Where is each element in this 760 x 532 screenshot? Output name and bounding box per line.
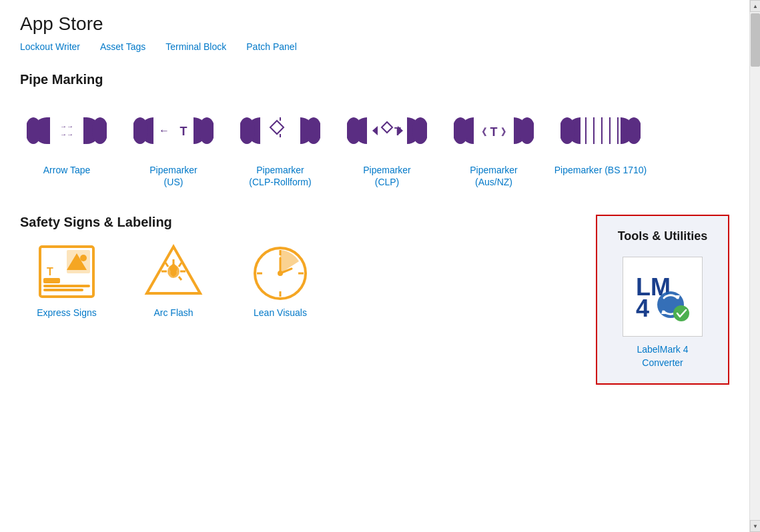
pipemarker-clp-label: Pipemarker(CLP) <box>363 164 411 188</box>
tools-utilities-section: Tools & Utilities LM 4 <box>596 215 729 384</box>
pipemarker-us-card[interactable]: ← T Pipemarker(US) <box>127 104 220 188</box>
tools-utilities-title: Tools & Utilities <box>618 229 708 243</box>
nav-links: Lockout Writer Asset Tags Terminal Block… <box>20 41 729 52</box>
labelmark4-card[interactable]: LM 4 <box>616 257 709 369</box>
scrollbar[interactable]: ▲ ▼ <box>749 0 760 532</box>
pipemarker-clp-rollform-card[interactable]: Pipemarker(CLP-Rollform) <box>234 104 327 188</box>
arc-flash-icon <box>133 247 214 300</box>
express-signs-icon: T <box>27 247 107 300</box>
safety-grid: T Express Signs <box>20 247 569 319</box>
svg-text:4: 4 <box>636 295 649 322</box>
pipemarker-bs1710-label: Pipemarker (BS 1710) <box>554 164 647 176</box>
pipemarker-ausnz-label: Pipemarker(Aus/NZ) <box>470 164 518 188</box>
svg-text:→→: →→ <box>60 123 73 130</box>
express-signs-label: Express Signs <box>37 307 96 319</box>
scrollbar-up[interactable]: ▲ <box>750 0 760 12</box>
lean-visuals-icon <box>240 247 320 300</box>
svg-rect-47 <box>43 278 60 283</box>
page-title: App Store <box>20 13 729 35</box>
bottom-sections: Safety Signs & Labeling <box>20 215 729 384</box>
pipemarker-clp-icon: T <box>347 104 427 157</box>
pipemarker-clp-card[interactable]: T Pipemarker(CLP) <box>340 104 434 188</box>
svg-text:←: ← <box>159 125 169 136</box>
pipemarker-clp-rollform-label: Pipemarker(CLP-Rollform) <box>249 164 311 188</box>
svg-point-46 <box>80 255 87 261</box>
main-content: App Store Lockout Writer Asset Tags Term… <box>0 0 749 532</box>
svg-text:→→: →→ <box>60 131 73 138</box>
pipe-marking-title: Pipe Marking <box>20 72 729 87</box>
pipemarker-bs1710-card[interactable]: Pipemarker (BS 1710) <box>554 104 647 188</box>
labelmark4-label: LabelMark 4 Converter <box>616 343 709 369</box>
pipemarker-clp-rollform-icon <box>240 104 320 157</box>
nav-patch-panel[interactable]: Patch Panel <box>246 41 297 52</box>
lean-visuals-label: Lean Visuals <box>254 307 307 319</box>
nav-asset-tags[interactable]: Asset Tags <box>100 41 145 52</box>
pipemarker-us-label: Pipemarker(US) <box>149 164 198 188</box>
nav-lockout-writer[interactable]: Lockout Writer <box>20 41 80 52</box>
express-signs-card[interactable]: T Express Signs <box>20 247 113 319</box>
svg-rect-49 <box>43 289 83 291</box>
svg-text:T: T <box>47 266 53 277</box>
lean-visuals-card[interactable]: Lean Visuals <box>234 247 327 319</box>
scrollbar-thumb[interactable] <box>751 13 760 67</box>
svg-text:《: 《 <box>477 127 486 137</box>
arc-flash-card[interactable]: Arc Flash <box>127 247 220 319</box>
svg-point-73 <box>673 305 689 321</box>
arrow-tape-icon: →→ →→ <box>27 104 107 157</box>
svg-text:T: T <box>490 125 498 139</box>
arrow-tape-card[interactable]: →→ →→ Arrow Tape <box>20 104 113 188</box>
safety-section-title: Safety Signs & Labeling <box>20 215 569 230</box>
svg-line-56 <box>165 263 168 267</box>
svg-line-55 <box>179 277 181 280</box>
arc-flash-label: Arc Flash <box>153 307 193 319</box>
pipe-marking-section: Pipe Marking →→ →→ <box>20 72 729 188</box>
svg-rect-48 <box>43 285 90 287</box>
tools-utilities-box: Tools & Utilities LM 4 <box>596 215 729 384</box>
pipemarker-ausnz-icon: 《 T 》 <box>454 104 534 157</box>
nav-terminal-block[interactable]: Terminal Block <box>165 41 226 52</box>
safety-section: Safety Signs & Labeling <box>20 215 569 345</box>
labelmark4-icon: LM 4 <box>623 257 703 337</box>
svg-text:》: 》 <box>501 127 510 137</box>
pipemarker-bs1710-icon <box>560 104 641 157</box>
pipe-marking-grid: →→ →→ Arrow Tape ← <box>20 104 729 188</box>
arrow-tape-label: Arrow Tape <box>43 164 91 176</box>
svg-line-53 <box>179 263 181 267</box>
scrollbar-down[interactable]: ▼ <box>750 520 760 532</box>
pipemarker-us-icon: ← T <box>133 104 214 157</box>
pipemarker-ausnz-card[interactable]: 《 T 》 Pipemarker(Aus/NZ) <box>447 104 540 188</box>
svg-text:T: T <box>180 125 187 138</box>
